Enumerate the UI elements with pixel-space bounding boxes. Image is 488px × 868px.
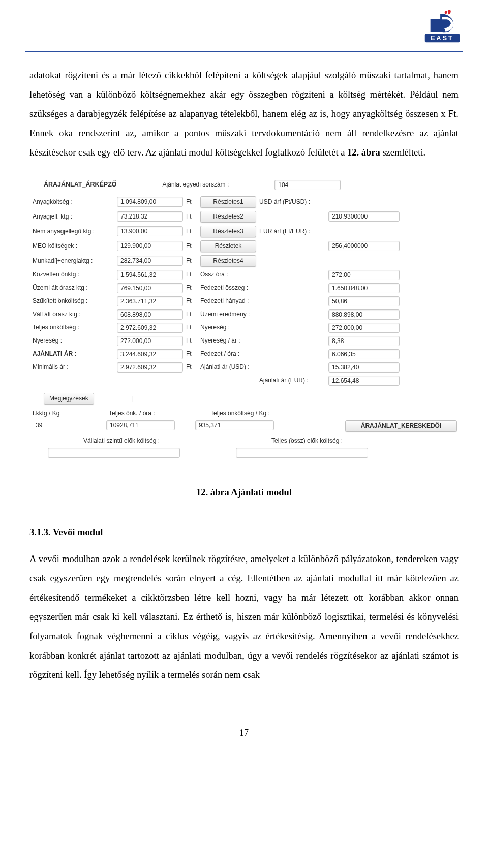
details-button[interactable]: Részletes1 [200, 196, 256, 208]
heading-3-1-3: 3.1.3. Vevői modul [29, 523, 459, 542]
cost-label: MEO költségek : [33, 242, 114, 250]
cost-value-input[interactable] [117, 283, 183, 293]
offer-id-label: Ajánlat egyedi sorszám : [163, 181, 229, 189]
right-value-input[interactable] [328, 283, 400, 293]
cost-value-input[interactable] [117, 323, 183, 333]
cost-label: Munkadíj+energiaktg : [33, 257, 114, 265]
company-precost-input[interactable] [48, 448, 180, 458]
cost-value-input[interactable] [117, 296, 183, 306]
cost-label: Váll ált órasz ktg : [33, 311, 114, 318]
paragraph-1: adatokat rögzíteni és a már létező cikke… [29, 66, 459, 163]
cost-label: Közvetlen önktg : [33, 271, 114, 278]
header-divider [25, 51, 463, 52]
app-screenshot: ÁRAJÁNLAT_ÁRKÉPZŐ Ajánlat egyedi sorszám… [29, 175, 459, 465]
right-label: Ajánlati ár (EUR) : [259, 377, 325, 384]
paragraph-1-text: adatokat rögzíteni és a már létező cikke… [29, 70, 459, 158]
company-logo: EAST [422, 9, 463, 45]
paragraph-2: A vevői modulban azok a rendelések kerül… [29, 550, 459, 685]
br-kktg-value[interactable] [33, 420, 86, 430]
cost-value-input[interactable] [117, 197, 183, 207]
figure-ref-12: 12. ábra [347, 147, 380, 158]
cost-value-input[interactable] [117, 349, 183, 359]
currency-unit: Ft [186, 297, 197, 305]
right-label: USD árf (Ft/USD) : [259, 198, 325, 206]
cost-label: Minimális ár : [33, 363, 114, 371]
br-teljes-onk-kg-value[interactable] [195, 420, 274, 430]
right-value-input[interactable] [328, 376, 400, 386]
right-label: Fedezet / óra : [200, 350, 256, 358]
cost-value-input[interactable] [117, 211, 183, 222]
figure-caption-12: 12. ábra Ajánlati modul [29, 483, 459, 503]
right-value-input[interactable] [328, 323, 400, 333]
cost-label: Nyereség : [33, 337, 114, 345]
right-label: Fedezeti összeg : [200, 284, 256, 292]
right-value-input[interactable] [328, 336, 400, 346]
right-label: Ajánlati ár (USD) : [200, 363, 256, 371]
total-precost-label: Teljes (össz) elők költség : [271, 437, 404, 445]
currency-unit: Ft [186, 198, 197, 206]
details-button[interactable]: Részletek [200, 240, 256, 252]
currency-unit: Ft [186, 363, 197, 371]
cost-value-input[interactable] [117, 336, 183, 346]
cost-value-input[interactable] [117, 226, 183, 236]
right-label: Fedezeti hányad : [200, 297, 256, 305]
bottom-section: Megjegyzések | t.kktg / Kg Teljes önk. /… [33, 393, 455, 458]
right-value-input[interactable] [328, 241, 400, 251]
details-button[interactable]: Részletes3 [200, 226, 256, 237]
cost-label: Szűkített önköltség : [33, 297, 114, 305]
currency-unit: Ft [186, 311, 197, 318]
right-label: EUR árf (Ft/EUR) : [259, 228, 325, 235]
cost-label: Anyagköltség : [33, 198, 114, 206]
right-label: Nyereség : [200, 324, 256, 331]
cost-label: Anyagjell. ktg : [33, 213, 114, 221]
page-number: 17 [0, 712, 488, 759]
document-page: adatokat rögzíteni és a már létező cikke… [0, 0, 488, 712]
bh-kktg: t.kktg / Kg [33, 410, 88, 417]
total-precost-input[interactable] [236, 448, 368, 458]
vertical-mark: | [131, 395, 133, 402]
right-value-input[interactable] [328, 349, 400, 359]
bh-teljes-onk-kg: Teljes önköltség / Kg : [210, 410, 332, 417]
app-title: ÁRAJÁNLAT_ÁRKÉPZŐ [33, 181, 117, 189]
cost-value-input[interactable] [117, 362, 183, 373]
notes-button[interactable]: Megjegyzések [44, 393, 94, 405]
right-label: Üzemi eredmény : [200, 311, 256, 318]
details-button[interactable]: Részletes2 [200, 211, 256, 223]
right-value-input[interactable] [328, 211, 400, 222]
details-button[interactable]: Részletes4 [200, 255, 256, 267]
cost-grid: Anyagköltség :FtRészletes1USD árf (Ft/US… [33, 196, 455, 386]
currency-unit: Ft [186, 284, 197, 292]
trade-offer-button[interactable]: ÁRAJÁNLAT_KERESKEDŐI [345, 420, 457, 432]
currency-unit: Ft [186, 324, 197, 331]
offer-id-input[interactable] [274, 180, 341, 190]
cost-value-input[interactable] [117, 270, 183, 280]
currency-unit: Ft [186, 337, 197, 345]
right-value-input[interactable] [328, 309, 400, 320]
cost-label: Nem anyagjellegű ktg : [33, 228, 114, 235]
currency-unit: Ft [186, 242, 197, 250]
paragraph-1-tail: szemlélteti. [380, 147, 425, 158]
right-value-input[interactable] [328, 270, 400, 280]
cost-value-input[interactable] [117, 241, 183, 251]
company-precost-label: Vállalati szintű elők költség : [83, 437, 216, 445]
cost-value-input[interactable] [117, 256, 183, 266]
bh-teljes-onk-ora: Teljes önk. / óra : [109, 410, 190, 417]
right-value-input[interactable] [328, 296, 400, 306]
br-teljes-onk-ora-value[interactable] [106, 420, 175, 430]
currency-unit: Ft [186, 350, 197, 358]
cost-label: Üzemi ált órasz ktg : [33, 284, 114, 292]
right-label: Össz óra : [200, 271, 256, 278]
currency-unit: Ft [186, 213, 197, 221]
right-label: Nyereség / ár : [200, 337, 256, 345]
currency-unit: Ft [186, 271, 197, 278]
cost-label: Teljes önköltség : [33, 324, 114, 331]
currency-unit: Ft [186, 257, 197, 265]
currency-unit: Ft [186, 228, 197, 235]
cost-label: AJÁNLATI ÁR : [33, 350, 114, 358]
cost-value-input[interactable] [117, 309, 183, 320]
svg-text:EAST: EAST [431, 35, 454, 42]
right-value-input[interactable] [328, 362, 400, 373]
